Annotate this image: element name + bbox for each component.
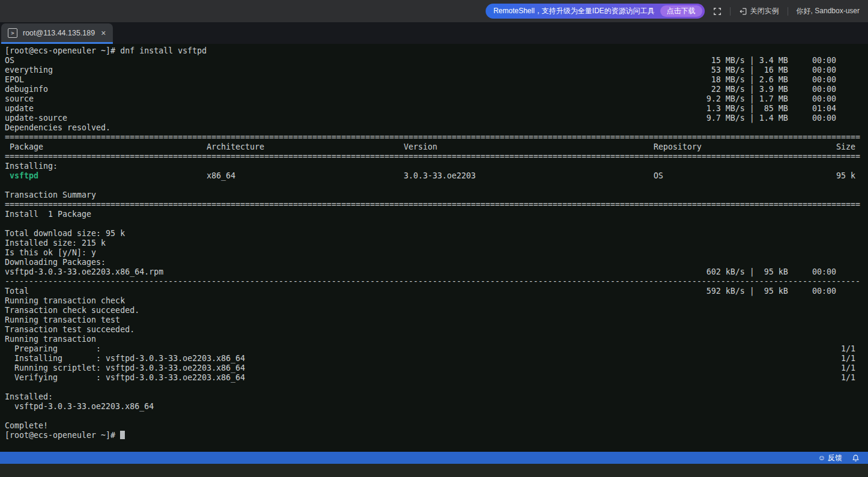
terminal-text: Install 1 Package [5, 210, 91, 219]
terminal-text: ========================================… [5, 152, 860, 162]
terminal-text: 9.7 MB/s | 1.4 MB 00:00 [707, 114, 836, 123]
terminal-line: source9.2 MB/s | 1.7 MB 00:00 [5, 94, 868, 104]
terminal-text: x86_64 [206, 171, 235, 181]
terminal-text: Running scriptlet: vsftpd-3.0.3-33.oe220… [5, 363, 245, 373]
banner-text: RemoteShell，支持升级为全量IDE的资源访问工具 [493, 6, 655, 16]
terminal-line: vsftpdx86_643.0.3-33.oe2203OS95 k [5, 171, 868, 181]
terminal-line [5, 181, 868, 190]
terminal-text: 15 MB/s | 3.4 MB 00:00 [707, 56, 836, 65]
terminal-text: Running transaction check [5, 296, 125, 306]
terminal-line: Running transaction check [5, 296, 868, 306]
terminal-text: source [5, 94, 34, 104]
terminal-line: Transaction test succeeded. [5, 325, 868, 335]
terminal-text: Transaction check succeeded. [5, 306, 139, 315]
terminal-text: 3.0.3-33.oe2203 [403, 171, 475, 181]
smiley-icon: ☺ [818, 454, 825, 462]
terminal-output[interactable]: [root@ecs-openeuler ~]# dnf install vsft… [0, 44, 868, 452]
terminal-line: vsftpd-3.0.3-33.oe2203.x86_64 [5, 402, 868, 412]
terminal-text: ========================================… [5, 200, 860, 210]
fullscreen-icon [713, 7, 722, 16]
terminal-line: Is this ok [y/N]: y [5, 248, 868, 258]
terminal-text: Installed: [5, 392, 53, 402]
terminal-text: 592 kB/s | 95 kB 00:00 [707, 287, 836, 296]
terminal-text: vsftpd-3.0.3-33.oe2203.x86_64 [5, 402, 154, 412]
terminal-line: Verifying : vsftpd-3.0.3-33.oe2203.x86_6… [5, 373, 868, 383]
terminal-text: Transaction Summary [5, 190, 96, 200]
terminal-text: Architecture [206, 142, 264, 152]
terminal-text: Verifying : vsftpd-3.0.3-33.oe2203.x86_6… [5, 373, 245, 383]
feedback-button[interactable]: ☺ 反馈 [818, 453, 842, 463]
terminal-line: Running scriptlet: vsftpd-3.0.3-33.oe220… [5, 363, 868, 373]
terminal-line: Complete! [5, 421, 868, 431]
terminal-line: update1.3 MB/s | 85 MB 01:04 [5, 104, 868, 114]
terminal-text: Installing: [5, 162, 58, 171]
feedback-label: 反馈 [828, 453, 842, 463]
terminal-text: 95 k [836, 171, 855, 181]
terminal-text: vsftpd-3.0.3-33.oe2203.x86_64.rpm [5, 267, 163, 277]
terminal-text: 18 MB/s | 2.6 MB 00:00 [707, 75, 836, 85]
terminal-text: Running transaction test [5, 315, 120, 325]
terminal-line: Installed: [5, 392, 868, 402]
notifications-button[interactable] [852, 454, 860, 462]
terminal-text: 22 MB/s | 3.9 MB 00:00 [707, 85, 836, 94]
terminal-line: Installed size: 215 k [5, 239, 868, 248]
terminal-text: 1.3 MB/s | 85 MB 01:04 [707, 104, 836, 114]
terminal-line: OS 15 MB/s | 3.4 MB 00:00 [5, 56, 868, 65]
terminal-line: everything 53 MB/s | 16 MB 00:00 [5, 65, 868, 75]
fullscreen-button[interactable] [713, 7, 722, 16]
terminal-line: Total592 kB/s | 95 kB 00:00 [5, 287, 868, 296]
terminal-cursor [120, 431, 125, 439]
terminal-text: Installed size: 215 k [5, 239, 106, 248]
bottom-strip [0, 464, 868, 477]
terminal-line: update-source9.7 MB/s | 1.4 MB 00:00 [5, 114, 868, 123]
terminal-text: Size [836, 142, 855, 152]
terminal-icon: > [8, 28, 17, 38]
terminal-text: [root@ecs-openeuler ~]# [5, 431, 120, 440]
terminal-text: Downloading Packages: [5, 258, 106, 267]
terminal-text: Running transaction [5, 335, 96, 344]
terminal-text: [root@ecs-openeuler ~]# dnf install vsft… [5, 46, 206, 56]
terminal-text: 53 MB/s | 16 MB 00:00 [707, 65, 836, 75]
close-instance-button[interactable]: 关闭实例 [739, 6, 779, 16]
terminal-line: Total download size: 95 k [5, 229, 868, 239]
terminal-text: OS [5, 56, 14, 65]
terminal-line: debuginfo 22 MB/s | 3.9 MB 00:00 [5, 85, 868, 94]
terminal-text: 1/1 [841, 373, 855, 383]
terminal-line: Install 1 Package [5, 210, 868, 219]
status-bar: ☺ 反馈 [0, 452, 868, 464]
terminal-line: Preparing :1/1 [5, 344, 868, 354]
terminal-line: Running transaction test [5, 315, 868, 325]
close-instance-label: 关闭实例 [750, 6, 779, 16]
remoteshell-banner: RemoteShell，支持升级为全量IDE的资源访问工具 点击下载 [486, 4, 705, 19]
terminal-line [5, 412, 868, 421]
terminal-text: 602 kB/s | 95 kB 00:00 [707, 267, 836, 277]
exit-instance-icon [739, 7, 747, 16]
terminal-line: Dependencies resolved. [5, 123, 868, 133]
terminal-text: Dependencies resolved. [5, 123, 110, 133]
terminal-text: 1/1 [841, 363, 855, 373]
terminal-text: ========================================… [5, 133, 860, 142]
terminal-text: Total [5, 287, 29, 296]
topbar-divider [730, 7, 731, 16]
terminal-text: update-source [5, 114, 67, 123]
terminal-text: 1/1 [841, 344, 855, 354]
terminal-line: Installing : vsftpd-3.0.3-33.oe2203.x86_… [5, 354, 868, 363]
terminal-text: update [5, 104, 34, 114]
terminal-text: Complete! [5, 421, 48, 431]
terminal-line: vsftpd-3.0.3-33.oe2203.x86_64.rpm602 kB/… [5, 267, 868, 277]
terminal-text: EPOL [5, 75, 24, 85]
tab-title: root@113.44.135.189 [23, 29, 95, 37]
terminal-line: [root@ecs-openeuler ~]# [5, 431, 868, 440]
terminal-text: Package [10, 142, 43, 152]
terminal-line: [root@ecs-openeuler ~]# dnf install vsft… [5, 46, 868, 56]
tab-terminal-session[interactable]: > root@113.44.135.189 × [1, 23, 113, 44]
terminal-line: ========================================… [5, 133, 868, 142]
tab-close-icon[interactable]: × [100, 29, 106, 37]
terminal-line: EPOL 18 MB/s | 2.6 MB 00:00 [5, 75, 868, 85]
terminal-line: Running transaction [5, 335, 868, 344]
terminal-text: everything [5, 65, 53, 75]
terminal-text: 1/1 [841, 354, 855, 363]
download-button[interactable]: 点击下载 [660, 5, 702, 17]
tab-strip: > root@113.44.135.189 × [0, 22, 868, 44]
terminal-text: OS [654, 171, 663, 181]
